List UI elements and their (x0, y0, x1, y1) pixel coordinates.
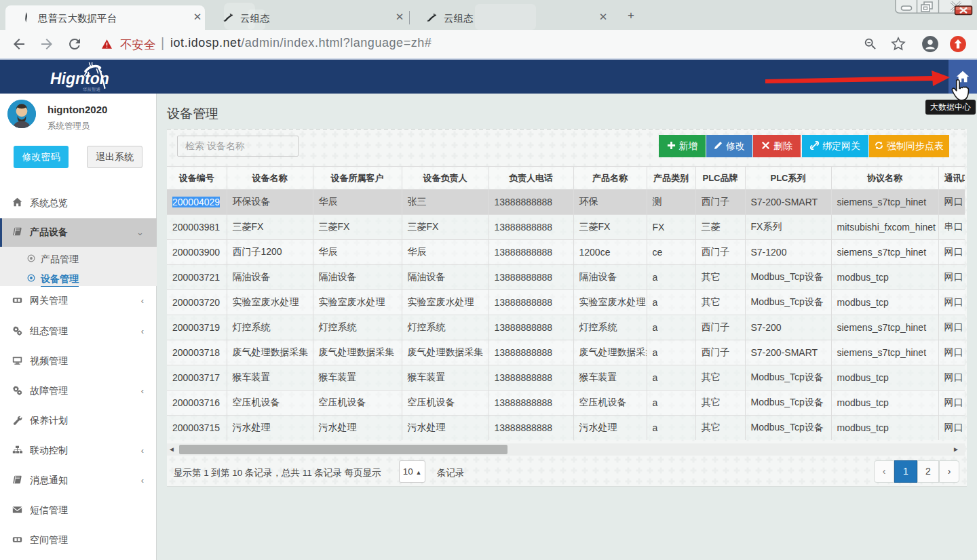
svg-text:华辰智通: 华辰智通 (83, 87, 101, 92)
svg-text:Hignton: Hignton (50, 70, 109, 87)
